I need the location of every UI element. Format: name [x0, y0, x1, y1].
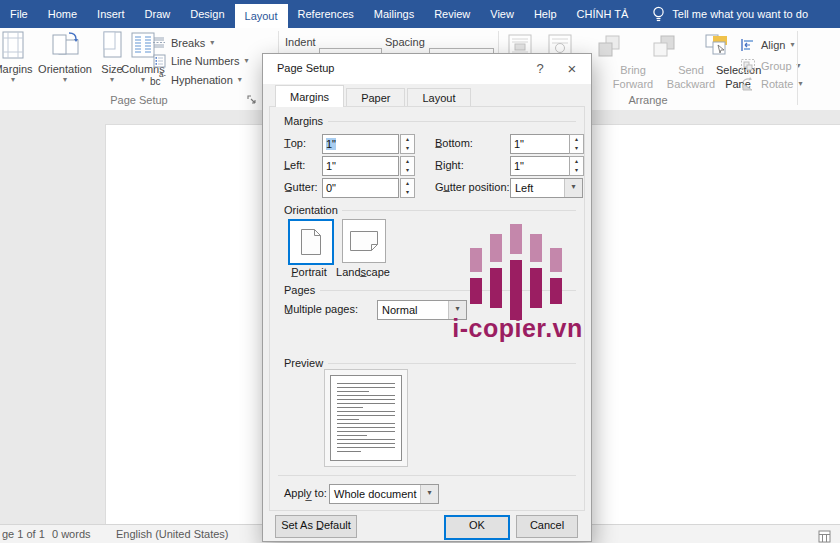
chevron-down-icon: ▾ — [564, 179, 582, 197]
dialog-tab-margins[interactable]: Margins — [275, 85, 344, 107]
tab-help[interactable]: Help — [524, 0, 567, 28]
preview-text-line — [337, 423, 395, 424]
tab-review[interactable]: Review — [424, 0, 480, 28]
gutter-label: G̲utter: — [284, 181, 318, 193]
group-objects-icon — [740, 58, 756, 74]
portrait-label: P̲ortrait — [279, 266, 339, 278]
top-margin-spinner[interactable]: ▴▾ — [400, 134, 415, 154]
multiple-pages-select[interactable]: Normal ▾ — [377, 300, 467, 320]
tab-references[interactable]: References — [288, 0, 364, 28]
tab-layout[interactable]: Layout — [235, 4, 288, 28]
dialog-tab-strip: MarginsPaperLayout — [275, 86, 473, 107]
page-indicator[interactable]: ge 1 of 1 — [2, 528, 45, 540]
tab-insert[interactable]: Insert — [87, 0, 135, 28]
section-divider — [328, 363, 576, 364]
spin-down-icon: ▾ — [401, 144, 414, 153]
landscape-option[interactable] — [342, 219, 386, 263]
bottom-margin-spinner[interactable]: ▴▾ — [569, 134, 584, 154]
tab-file[interactable]: File — [0, 0, 38, 28]
align-button[interactable]: Align ▾ — [740, 37, 794, 53]
tab-home[interactable]: Home — [38, 0, 87, 28]
orientation-icon — [50, 30, 80, 60]
ok-button[interactable]: OK — [444, 515, 510, 540]
gutter-input[interactable]: 0" — [322, 178, 399, 198]
section-divider — [342, 210, 576, 211]
help-icon[interactable]: ? — [525, 54, 555, 84]
landscape-page-icon — [349, 230, 379, 252]
tell-me-box[interactable]: Tell me what you want to do — [652, 0, 808, 28]
preview-text-line — [337, 435, 367, 436]
top-margin-label: T̲op: — [284, 137, 306, 149]
chevron-down-icon: ▾ — [448, 301, 466, 319]
preview-text-line — [337, 403, 395, 404]
rotate-label: Rotate — [761, 78, 793, 90]
preview-text-line — [337, 443, 395, 444]
language-indicator[interactable]: English (United States) — [116, 528, 229, 540]
portrait-option[interactable] — [288, 219, 334, 265]
align-icon — [740, 37, 756, 53]
right-margin-input[interactable]: 1" — [510, 156, 571, 176]
ribbon-tabs-container: FileHomeInsertDrawDesignLayoutReferences… — [0, 0, 638, 28]
chevron-down-icon: ▾ — [210, 39, 214, 47]
read-mode-icon[interactable] — [818, 530, 831, 543]
right-margin-spinner[interactable]: ▴▾ — [569, 156, 584, 176]
spin-down-icon: ▾ — [570, 166, 583, 175]
align-label: Align — [761, 39, 785, 51]
cancel-button[interactable]: Cancel — [516, 515, 578, 538]
preview-section-title: Preview — [284, 357, 323, 369]
spacing-group-label: Spacing — [385, 36, 425, 48]
section-divider — [278, 475, 576, 476]
left-margin-input[interactable]: 1" — [322, 156, 399, 176]
gutter-spinner[interactable]: ▴▾ — [400, 178, 415, 198]
breaks-button[interactable]: Breaks ▾ — [152, 36, 214, 49]
dialog-launcher-icon[interactable] — [246, 94, 258, 106]
chevron-down-icon: ▾ — [110, 76, 114, 84]
hyphenation-icon: bca- — [150, 72, 166, 87]
word-window: FileHomeInsertDrawDesignLayoutReferences… — [0, 0, 840, 543]
dialog-title: Page Setup — [277, 62, 335, 74]
bottom-margin-input[interactable]: 1" — [510, 134, 571, 154]
spin-up-icon: ▴ — [401, 135, 414, 144]
indent-group-label: Indent — [285, 36, 316, 48]
preview-text-line — [337, 419, 359, 420]
spin-up-icon: ▴ — [570, 157, 583, 166]
tab-draw[interactable]: Draw — [135, 0, 181, 28]
apply-to-select[interactable]: Whole document ▾ — [329, 484, 439, 504]
line-numbers-button[interactable]: Line Numbers ▾ — [152, 54, 249, 68]
send-backward-button[interactable]: Send Backward — [635, 30, 691, 96]
rotate-button[interactable]: Rotate ▾ — [740, 76, 802, 92]
tab-design[interactable]: Design — [180, 0, 234, 28]
chevron-down-icon: ▾ — [11, 76, 15, 84]
tab-mailings[interactable]: Mailings — [364, 0, 424, 28]
top-margin-input[interactable]: 1" — [322, 134, 399, 154]
margins-button[interactable]: Margins ▾ — [0, 30, 38, 96]
word-count[interactable]: 0 words — [52, 528, 91, 540]
preview-text-line — [337, 387, 395, 388]
selection-pane-button[interactable]: Selection Pane — [694, 30, 738, 96]
spin-up-icon: ▴ — [401, 179, 414, 188]
close-icon[interactable]: × — [557, 54, 587, 84]
dialog-tab-paper[interactable]: Paper — [346, 88, 405, 107]
group-button[interactable]: Group ▾ — [740, 58, 801, 74]
gutter-position-select[interactable]: Left ▾ — [510, 178, 583, 198]
ribbon-tab-bar: FileHomeInsertDrawDesignLayoutReferences… — [0, 0, 840, 28]
set-as-default-button[interactable]: Set As D̲efault — [275, 515, 357, 538]
hyphenation-button[interactable]: bca- Hyphenation ▾ — [150, 72, 242, 87]
spin-down-icon: ▾ — [401, 166, 414, 175]
orientation-button[interactable]: Orientation ▾ — [36, 30, 94, 96]
gutter-position-label: Gu̲tter position: — [435, 181, 510, 193]
group-label: Group — [761, 60, 792, 72]
tab-view[interactable]: View — [480, 0, 524, 28]
right-margin-label: R̲ight: — [435, 159, 464, 171]
margins-section-title: Margins — [284, 115, 323, 127]
section-divider — [328, 121, 576, 122]
page-break-icon — [152, 36, 166, 49]
preview-text-line — [337, 391, 369, 392]
chevron-down-icon: ▾ — [798, 80, 802, 88]
dialog-tab-layout[interactable]: Layout — [407, 88, 470, 107]
left-margin-spinner[interactable]: ▴▾ — [400, 156, 415, 176]
preview-page — [330, 375, 402, 461]
preview-text-line — [337, 427, 395, 428]
tab-chính-tả[interactable]: CHÍNH TẢ — [567, 0, 639, 28]
page-setup-group-label: Page Setup — [0, 94, 278, 106]
